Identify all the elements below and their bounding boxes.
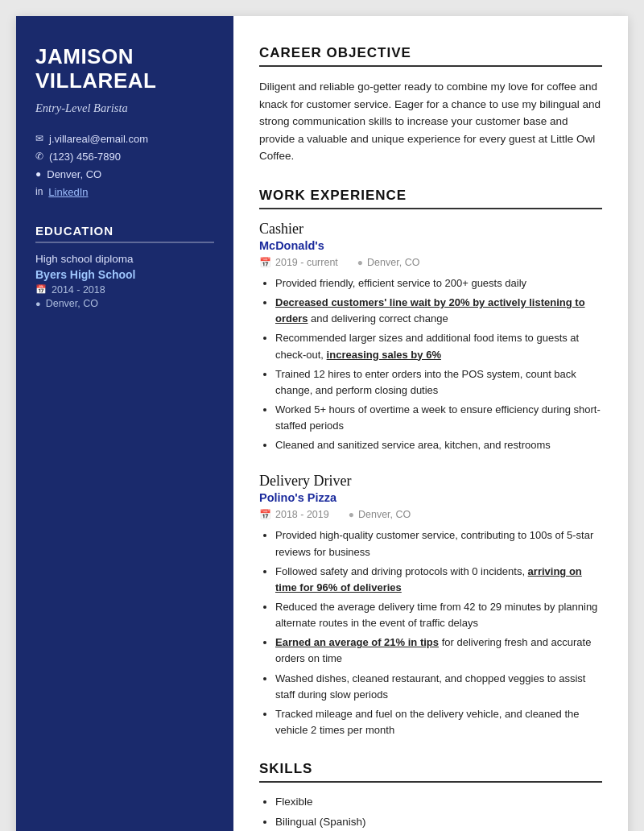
email-icon: ✉	[35, 133, 43, 144]
job-location-delivery: ● Denver, CO	[349, 509, 411, 520]
calendar-icon-delivery: 📅	[259, 509, 271, 520]
career-objective-heading: CAREER OBJECTIVE	[259, 45, 602, 67]
bullet-item: Tracked mileage and fuel on the delivery…	[275, 706, 602, 738]
contact-location: ● Denver, CO	[35, 168, 214, 180]
bullet-item: Earned an average of 21% in tips for del…	[275, 635, 602, 667]
contact-list: ✉ j.villareal@email.com ✆ (123) 456-7890…	[35, 133, 214, 198]
bullet-item: Washed dishes, cleaned restaurant, and c…	[275, 671, 602, 703]
job-title-cashier: Cashier	[259, 221, 602, 238]
bullet-item: Provided friendly, efficient service to …	[275, 275, 602, 291]
work-experience-heading: WORK EXPERIENCE	[259, 188, 602, 209]
job-meta-cashier: 📅 2019 - current ● Denver, CO	[259, 257, 602, 268]
bullet-item: Worked 5+ hours of overtime a week to en…	[275, 402, 602, 434]
skills-heading: SKILLS	[259, 761, 602, 783]
calendar-icon: 📅	[35, 284, 47, 295]
job-period-cashier: 📅 2019 - current	[259, 257, 338, 268]
bullet-item: Trained 12 hires to enter orders into th…	[275, 366, 602, 399]
career-objective-section: CAREER OBJECTIVE Diligent and reliable g…	[259, 45, 602, 165]
education-heading: EDUCATION	[35, 224, 214, 243]
bullet-item: Provided high-quality customer service, …	[275, 527, 602, 560]
job-company-mcdonalds: McDonald's	[259, 239, 602, 252]
job-location-cashier: ● Denver, CO	[357, 257, 420, 268]
main-content: CAREER OBJECTIVE Diligent and reliable g…	[233, 16, 628, 831]
candidate-name: JAMISON VILLAREAL	[35, 45, 214, 93]
skill-item: Bilingual (Spanish)	[275, 814, 602, 830]
job-bullets-cashier: Provided friendly, efficient service to …	[259, 275, 602, 453]
bullet-item: Recommended larger sizes and additional …	[275, 330, 602, 362]
candidate-title: Entry-Level Barista	[35, 101, 214, 115]
education-location: ● Denver, CO	[35, 298, 214, 309]
location-icon-delivery: ●	[349, 509, 354, 520]
work-experience-section: WORK EXPERIENCE Cashier McDonald's 📅 201…	[259, 188, 602, 738]
job-delivery-driver: Delivery Driver Polino's Pizza 📅 2018 - …	[259, 473, 602, 738]
bullet-item: Cleaned and sanitized service area, kitc…	[275, 437, 602, 453]
bullet-item: Followed safety and driving protocols wi…	[275, 564, 602, 596]
contact-phone: ✆ (123) 456-7890	[35, 151, 214, 163]
skills-section: SKILLS Flexible Bilingual (Spanish) Crit…	[259, 761, 602, 831]
bullet-item: Decreased customers' line wait by 20% by…	[275, 295, 602, 327]
job-cashier: Cashier McDonald's 📅 2019 - current ● De…	[259, 221, 602, 453]
sidebar: JAMISON VILLAREAL Entry-Level Barista ✉ …	[16, 16, 233, 831]
job-meta-delivery: 📅 2018 - 2019 ● Denver, CO	[259, 509, 602, 520]
education-school: Byers High School	[35, 268, 214, 281]
location-edu-icon: ●	[35, 299, 41, 308]
job-title-delivery: Delivery Driver	[259, 473, 602, 490]
job-bullets-delivery: Provided high-quality customer service, …	[259, 527, 602, 738]
location-icon-cashier: ●	[357, 257, 363, 268]
linkedin-icon: in	[35, 186, 43, 197]
location-icon: ●	[35, 168, 41, 180]
education-years: 📅 2014 - 2018	[35, 284, 214, 296]
skill-item: Flexible	[275, 794, 602, 810]
career-objective-text: Diligent and reliable go-getter ready to…	[259, 78, 602, 165]
job-period-delivery: 📅 2018 - 2019	[259, 509, 329, 520]
phone-icon: ✆	[35, 151, 43, 162]
contact-linkedin[interactable]: in LinkedIn	[35, 186, 214, 198]
job-company-polinos: Polino's Pizza	[259, 491, 602, 504]
skills-list: Flexible Bilingual (Spanish) Critical Th…	[259, 794, 602, 831]
education-degree: High school diploma	[35, 253, 214, 265]
calendar-icon-cashier: 📅	[259, 257, 271, 268]
bullet-item: Reduced the average delivery time from 4…	[275, 599, 602, 631]
contact-email: ✉ j.villareal@email.com	[35, 133, 214, 145]
resume-container: JAMISON VILLAREAL Entry-Level Barista ✉ …	[16, 16, 628, 831]
